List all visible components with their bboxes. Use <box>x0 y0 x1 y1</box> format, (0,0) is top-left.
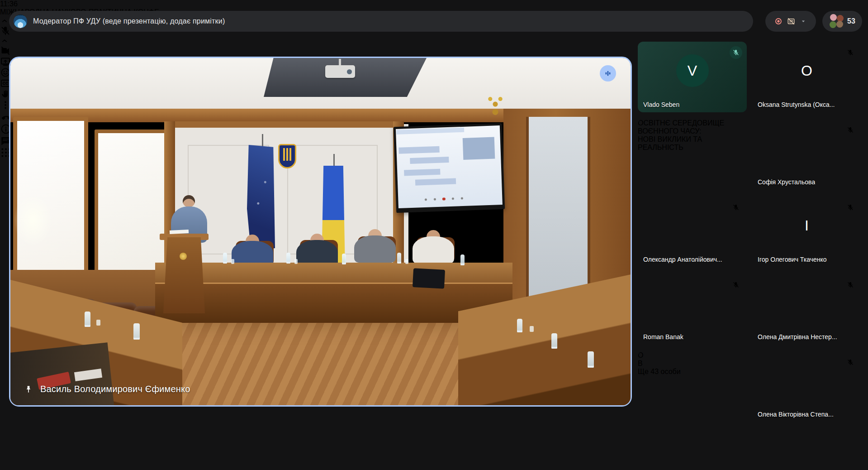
mic-off-badge <box>844 356 857 369</box>
recording-status-pill[interactable] <box>765 11 816 32</box>
glass <box>294 259 298 264</box>
person-torso <box>354 235 396 263</box>
gold-sconce <box>486 94 504 116</box>
mic-off-badge <box>844 46 857 59</box>
main-video-tile[interactable]: Василь Володимирович Єфименко <box>9 57 632 407</box>
presenter-banner-text: Модератор ПФ УДУ (веде презентацію, дода… <box>33 17 225 25</box>
glass <box>405 259 408 264</box>
overflow-label: Ще 43 особи <box>638 368 747 376</box>
pin-icon <box>24 385 33 394</box>
water-bottle <box>342 254 346 264</box>
projected-block <box>404 169 440 176</box>
presenter-banner[interactable]: Модератор ПФ УДУ (веде презентацію, дода… <box>9 11 753 32</box>
slide-text-block <box>638 186 678 190</box>
mic-off-badge <box>730 46 742 59</box>
stream-off-icon <box>787 17 796 26</box>
ceiling-projector <box>325 65 355 78</box>
mic-off-badge <box>730 278 742 291</box>
participant-tile-olena-v[interactable]: Олена Вікторівна Степа... <box>752 351 861 422</box>
water-bottle <box>223 253 227 264</box>
participant-name: Roman Banak <box>643 333 683 341</box>
presidium-table-top <box>155 263 512 284</box>
slide-hexagon-icon <box>638 159 649 170</box>
glass <box>231 259 234 264</box>
participant-name: Ігор Олегович Ткаченко <box>758 256 827 263</box>
participant-tile-oksana[interactable]: O Oksana Strutynska (Окса... <box>752 42 861 112</box>
projector-screen <box>394 123 505 213</box>
participant-tile-oleksandr[interactable]: Олександр Анатолійович... <box>638 197 747 267</box>
water-bottle <box>397 253 401 264</box>
participant-tile-sofia[interactable]: Софія Хрустальова <box>752 119 861 190</box>
overflow-avatar: O <box>638 351 747 360</box>
avatar-initial: I <box>791 209 823 242</box>
water-bottle <box>460 254 465 265</box>
participant-count-pill[interactable]: 53 <box>822 11 862 32</box>
meet-window: Модератор ПФ УДУ (веде презентацію, дода… <box>0 0 868 470</box>
mic-off-badge <box>844 201 857 214</box>
participant-avatars-cluster <box>829 14 844 29</box>
slide-text-block <box>638 170 661 175</box>
conference-room-scene <box>10 58 631 405</box>
audio-level-indicator <box>600 65 616 82</box>
participant-name: Олена Вікторівна Степа... <box>758 411 834 418</box>
water-bottle <box>286 253 290 264</box>
slide-title-line1: ОСВІТНЄ СЕРЕДОВИЩЕ ВОЄННОГО ЧАСУ: <box>638 119 724 135</box>
participant-tile-roman[interactable]: Roman Banak <box>638 274 747 345</box>
podium <box>163 237 205 313</box>
water-bottle <box>551 333 557 349</box>
participant-name: Олександр Анатолійович... <box>643 256 722 263</box>
pinned-name-row: Василь Володимирович Єфименко <box>24 384 190 394</box>
participant-name: Oksana Strutynska (Окса... <box>758 101 835 108</box>
mini-avatar <box>830 21 836 28</box>
pinned-participant-name: Василь Володимирович Єфименко <box>40 384 190 394</box>
coat-of-arms <box>278 144 296 168</box>
slide-title: ОСВІТНЄ СЕРЕДОВИЩЕ ВОЄННОГО ЧАСУ: НОВІ В… <box>638 119 747 152</box>
participant-tile-vlado[interactable]: V Vlado Seben <box>638 42 747 112</box>
participant-tile-ihor[interactable]: I Ігор Олегович Ткаченко <box>752 197 861 267</box>
clock: 11:36 <box>0 0 868 8</box>
chevron-down-icon[interactable] <box>800 18 807 25</box>
participant-name: Vlado Seben <box>643 101 679 108</box>
slide-title-line2: НОВІ ВИКЛИКИ ТА РЕАЛЬНІСТЬ <box>638 135 702 151</box>
glass <box>96 320 100 326</box>
glass <box>530 326 534 332</box>
mic-off-badge <box>844 124 857 136</box>
table-console <box>413 268 445 289</box>
recording-icon <box>774 17 783 25</box>
person-head <box>183 195 195 207</box>
participant-tile-screenshare[interactable]: ОСВІТНЄ СЕРЕДОВИЩЕ ВОЄННОГО ЧАСУ: НОВІ В… <box>638 119 747 190</box>
mic-off-badge <box>844 278 857 291</box>
water-bottle <box>588 351 594 368</box>
participant-name: Софія Хрустальова <box>758 178 815 186</box>
podium-emblem <box>180 253 187 260</box>
water-bottle <box>85 312 90 327</box>
avatar-initial: V <box>676 54 709 87</box>
water-bottle <box>133 323 140 340</box>
overflow-tile[interactable]: O B Ще 43 особи <box>638 351 747 422</box>
shared-slide: ОСВІТНЄ СЕРЕДОВИЩЕ ВОЄННОГО ЧАСУ: НОВІ В… <box>638 119 747 190</box>
water-bottle <box>517 319 522 332</box>
participant-count: 53 <box>847 17 855 25</box>
avatar-initial: O <box>791 54 823 87</box>
presenter-logo-avatar <box>14 14 27 28</box>
person-torso <box>413 236 454 264</box>
mini-avatar <box>836 21 843 28</box>
slide-text-block <box>638 152 671 159</box>
mic-off-badge <box>730 201 742 214</box>
slide-hexagon-icon <box>638 175 649 186</box>
participant-tile-olena-d[interactable]: Олена Дмитрівна Нестер... <box>752 274 861 345</box>
overflow-avatar: B <box>638 360 747 368</box>
wood-rail <box>164 121 404 128</box>
projected-thumbnail <box>463 137 495 159</box>
participant-name: Олена Дмитрівна Нестер... <box>758 333 837 341</box>
mini-avatar <box>830 14 837 21</box>
wall-sconce-glow <box>14 194 52 246</box>
